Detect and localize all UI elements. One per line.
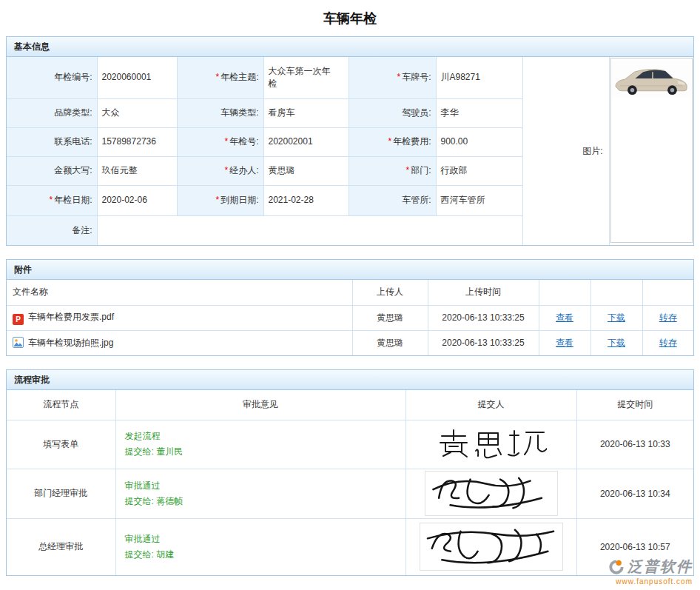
required-star: * <box>388 136 391 147</box>
fanpu-logo-icon <box>608 559 625 575</box>
label-dmv: 车管所: <box>349 185 436 215</box>
required-star: * <box>397 72 400 82</box>
label-phone: 联系电话: <box>7 127 97 156</box>
value-remark <box>97 215 522 245</box>
value-subject: 大众车第一次年检 <box>263 57 349 98</box>
photo-cell <box>609 57 693 245</box>
approval-header-opinion: 审批意见 <box>115 390 405 420</box>
vehicle-photo-frame <box>610 58 693 243</box>
transfer-link[interactable]: 转存 <box>659 312 677 323</box>
attachments-header-time: 上传时间 <box>428 280 539 305</box>
approval-submit-time: 2020-06-13 10:34 <box>576 469 693 518</box>
basic-info-panel: 基本信息 年检编号: 2020060001 *年检主题: 大众车第一次年检 *车… <box>6 36 694 246</box>
download-link[interactable]: 下载 <box>608 338 625 348</box>
file-name-cell: 车辆年检现场拍照.jpg <box>7 330 352 355</box>
vehicle-photo <box>611 60 691 98</box>
approval-header-submitter: 提交人 <box>405 390 576 420</box>
required-star: * <box>224 136 228 147</box>
value-expire-date: 2021-02-28 <box>263 185 349 215</box>
value-inspect-no: 2020060001 <box>97 57 177 98</box>
value-driver: 李华 <box>436 98 522 127</box>
label-plate: *车牌号: <box>349 57 436 98</box>
approval-table: 流程节点 审批意见 提交人 提交时间 填写表单 发起流程 提交给: 董川民 <box>7 390 693 575</box>
required-star: * <box>224 165 228 175</box>
attachments-header-action2 <box>590 280 642 305</box>
approval-section-header: 流程审批 <box>7 370 693 390</box>
file-upload-time: 2020-06-13 10:33:25 <box>428 305 539 330</box>
signature-image <box>436 426 547 463</box>
file-name: 车辆年检现场拍照.jpg <box>28 338 113 348</box>
label-inspect-date: *年检日期: <box>7 185 97 215</box>
attachment-row: P车辆年检费用发票.pdf 黄思璐 2020-06-13 10:33:25 查看… <box>7 305 693 330</box>
label-remark: 备注: <box>7 215 97 245</box>
brand-url: www.fanpusoft.com <box>608 577 693 586</box>
label-photo: 图片: <box>522 57 609 245</box>
value-phone: 15789872736 <box>97 127 177 156</box>
label-fee: *年检费用: <box>349 127 436 156</box>
transfer-link[interactable]: 转存 <box>659 338 677 348</box>
file-uploader: 黄思璐 <box>352 305 428 330</box>
approval-node: 部门经理审批 <box>7 469 115 518</box>
view-link[interactable]: 查看 <box>556 312 573 323</box>
file-uploader: 黄思璐 <box>352 330 428 355</box>
approval-header-node: 流程节点 <box>7 390 115 420</box>
approval-opinion-line2: 提交给: 董川民 <box>125 444 397 460</box>
value-amount-words: 玖佰元整 <box>97 156 177 185</box>
value-handler: 黄思璐 <box>263 156 349 185</box>
label-inspect-code: *年检号: <box>177 127 263 156</box>
approval-opinion-line1: 发起流程 <box>125 429 397 444</box>
label-amount-words: 金额大写: <box>7 156 97 185</box>
required-star: * <box>215 195 219 205</box>
label-inspect-no: 年检编号: <box>7 57 97 98</box>
approval-row: 总经理审批 审批通过 提交给: 胡建 <box>7 518 693 575</box>
file-name: 车辆年检费用发票.pdf <box>28 312 114 322</box>
approval-node: 填写表单 <box>7 420 115 469</box>
attachments-header-name: 文件名称 <box>7 280 352 305</box>
basic-info-section-header: 基本信息 <box>7 37 693 57</box>
approval-node: 总经理审批 <box>7 518 115 575</box>
pdf-file-icon: P <box>13 314 24 325</box>
view-link[interactable]: 查看 <box>556 338 573 348</box>
approval-row: 填写表单 发起流程 提交给: 董川民 2020-06-13 10:33 <box>7 420 693 469</box>
value-vehicle-type: 看房车 <box>263 98 349 127</box>
download-link[interactable]: 下载 <box>608 312 625 323</box>
approval-opinion-line2: 提交给: 胡建 <box>125 547 397 563</box>
value-plate: 川A98271 <box>436 57 522 98</box>
approval-header-time: 提交时间 <box>576 390 693 420</box>
signature-image <box>420 523 563 571</box>
approval-panel: 流程审批 流程节点 审批意见 提交人 提交时间 填写表单 发起流程 提交给: 董… <box>6 369 694 576</box>
attachments-panel: 附件 文件名称 上传人 上传时间 P车辆年检费用发票.pdf 黄思璐 2020-… <box>6 259 694 356</box>
label-handler: *经办人: <box>177 156 263 185</box>
signature-image <box>425 471 558 516</box>
value-fee: 900.00 <box>436 127 522 156</box>
watermark: 泛普软件 www.fanpusoft.com <box>608 557 693 586</box>
attachments-table: 文件名称 上传人 上传时间 P车辆年检费用发票.pdf 黄思璐 2020-06-… <box>7 280 693 355</box>
label-vehicle-type: 车辆类型: <box>177 98 263 127</box>
label-driver: 驾驶员: <box>349 98 436 127</box>
basic-info-table: 年检编号: 2020060001 *年检主题: 大众车第一次年检 *车牌号: 川… <box>7 57 693 245</box>
value-brand: 大众 <box>97 98 177 127</box>
required-star: * <box>49 195 53 205</box>
attachment-row: 车辆年检现场拍照.jpg 黄思璐 2020-06-13 10:33:25 查看 … <box>7 330 693 355</box>
approval-row: 部门经理审批 审批通过 提交给: 蒋德帧 <box>7 469 693 518</box>
approval-opinion-cell: 审批通过 提交给: 胡建 <box>115 518 405 575</box>
required-star: * <box>405 165 409 175</box>
attachments-header-uploader: 上传人 <box>352 280 428 305</box>
page-title: 车辆年检 <box>0 0 700 36</box>
brand-name: 泛普软件 <box>627 557 693 577</box>
attachments-header-action1 <box>539 280 590 305</box>
file-name-cell: P车辆年检费用发票.pdf <box>7 305 352 330</box>
label-expire-date: *到期日期: <box>177 185 263 215</box>
attachments-header-action3 <box>642 280 693 305</box>
approval-opinion-line2: 提交给: 蒋德帧 <box>125 494 397 509</box>
value-dept: 行政部 <box>436 156 522 185</box>
file-upload-time: 2020-06-13 10:33:25 <box>428 330 539 355</box>
approval-opinion-cell: 发起流程 提交给: 董川民 <box>115 420 405 469</box>
value-dmv: 西河车管所 <box>436 185 522 215</box>
value-inspect-code: 202002001 <box>263 127 349 156</box>
approval-submit-time: 2020-06-13 10:33 <box>576 420 693 469</box>
label-brand: 品牌类型: <box>7 98 97 127</box>
label-subject: *年检主题: <box>177 57 263 98</box>
required-star: * <box>215 72 219 82</box>
image-file-icon <box>13 337 24 348</box>
